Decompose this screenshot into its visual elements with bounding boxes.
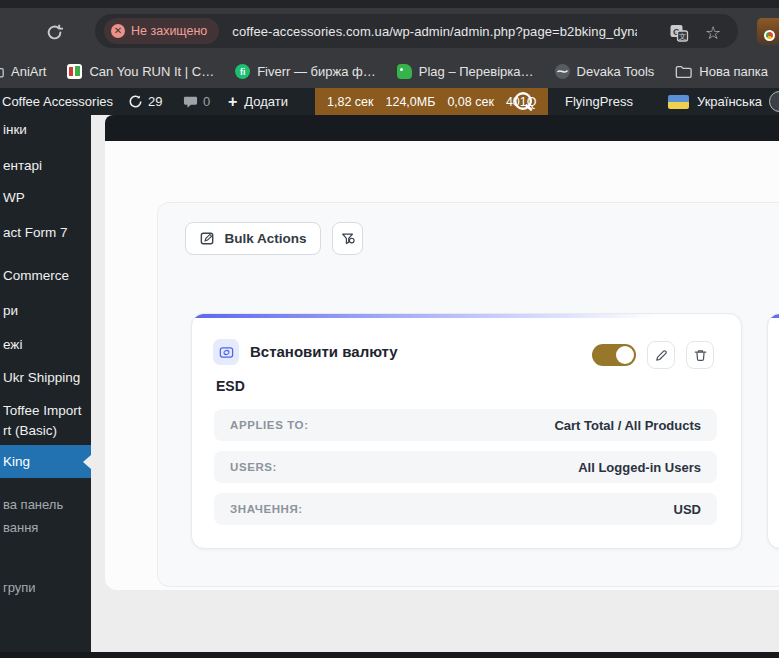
bookmark-aniart[interactable]: AniArt [0, 64, 46, 79]
query-monitor-logo-icon[interactable] [512, 88, 535, 115]
browser-profile-icon[interactable] [757, 18, 779, 45]
security-badge-label: Не захищено [131, 24, 207, 38]
sidebar-item-wp[interactable]: WP [3, 190, 25, 205]
sidebar-item-ukr-shipping[interactable]: Ukr Shipping [3, 370, 80, 385]
sidebar-subitem-groups[interactable]: групи [3, 580, 36, 595]
devaka-favicon [555, 64, 570, 79]
bookmarks-bar: AniArt Can You RUN It | C… fi Fiverr — б… [0, 55, 779, 88]
plugin-page: Bulk Actions Встановити валюту [105, 141, 779, 590]
update-icon [128, 94, 143, 109]
delete-rule-button[interactable] [686, 341, 714, 369]
fiverr-favicon: fi [235, 64, 250, 79]
ukraine-flag-icon [668, 95, 689, 109]
avatar[interactable] [769, 91, 779, 112]
trash-icon [693, 348, 708, 363]
card-accent-gradient [192, 314, 741, 318]
comment-icon [183, 95, 198, 109]
rule-card-next [767, 313, 779, 549]
rule-enabled-toggle[interactable] [592, 344, 636, 366]
screen: ✕ Не захищено coffee-accessories.com.ua/… [0, 0, 779, 658]
sidebar-subitem-settings[interactable]: вання [3, 520, 38, 535]
sidebar-item-products[interactable]: ри [3, 303, 18, 318]
window-bottom-edge [0, 652, 779, 658]
reload-icon[interactable] [42, 20, 66, 44]
edit-rule-button[interactable] [647, 341, 675, 369]
sidebar-item-import-line2[interactable]: rt (Basic) [3, 423, 57, 438]
browser-toolbar: ✕ Не захищено coffee-accessories.com.ua/… [0, 8, 779, 55]
bookmark-nova-papka[interactable]: Нова папка [675, 64, 768, 79]
rule-card: Встановити валюту ESD APPLIES TO: [191, 313, 742, 549]
folder-icon [677, 67, 692, 78]
toggle-knob [616, 346, 634, 364]
plus-icon: + [228, 93, 237, 111]
browser-chrome: ✕ Не захищено coffee-accessories.com.ua/… [0, 0, 779, 88]
language-item[interactable]: Українська [668, 88, 762, 115]
site-name[interactable]: Coffee Accessories [2, 88, 113, 115]
bookmark-fiverr[interactable]: fi Fiverr — биржа ф… [235, 64, 376, 79]
pencil-icon [654, 348, 669, 363]
rules-panel: Bulk Actions Встановити валюту [157, 202, 779, 587]
sidebar-item-pages[interactable]: інки [3, 122, 27, 137]
filter-button[interactable] [332, 222, 363, 255]
sidebar-item-woocommerce[interactable]: Commerce [3, 268, 69, 283]
bulk-actions-button[interactable]: Bulk Actions [185, 222, 321, 255]
sidebar-item-b2bking-active[interactable]: King [0, 445, 91, 478]
url-text[interactable]: coffee-accessories.com.ua/wp-admin/admin… [232, 24, 637, 39]
folder-icon [0, 67, 3, 77]
canyourunit-favicon [67, 64, 82, 79]
updates-count: 29 [148, 94, 162, 109]
translate-icon[interactable]: G文 [668, 22, 690, 44]
plag-favicon [397, 64, 412, 79]
bookmark-star-icon[interactable]: ☆ [702, 22, 724, 44]
sidebar-item-contact-form[interactable]: act Form 7 [3, 225, 68, 240]
rule-row-users: USERS: All Logged-in Users [214, 451, 717, 483]
updates-item[interactable]: 29 [128, 88, 162, 115]
security-badge[interactable]: ✕ Не захищено [104, 18, 219, 44]
svg-text:文: 文 [679, 32, 687, 41]
flyingpress-item[interactable]: FlyingPress [565, 88, 633, 115]
card-accent-gradient [768, 314, 779, 318]
main-content: Bulk Actions Встановити валюту [91, 115, 779, 658]
filter-funnel-icon [340, 231, 356, 247]
chrome-logo-icon [764, 30, 775, 41]
admin-sidebar: інки ентарі WP act Form 7 Commerce ри еж… [0, 115, 91, 658]
rule-name: ESD [216, 378, 245, 394]
comments-count: 0 [203, 94, 210, 109]
comments-item[interactable]: 0 [183, 88, 210, 115]
bookmark-canyourunit[interactable]: Can You RUN It | C… [67, 64, 214, 79]
sidebar-item-payments[interactable]: ежі [3, 337, 22, 352]
not-secure-icon: ✕ [111, 24, 125, 38]
rule-row-value: ЗНАЧЕННЯ: USD [214, 493, 717, 525]
bulk-edit-icon [199, 230, 216, 247]
bookmark-devaka[interactable]: Devaka Tools [555, 64, 655, 79]
tab-strip [0, 0, 779, 8]
bookmark-plag[interactable]: Plag – Перевірка… [397, 64, 534, 79]
rule-row-applies-to: APPLIES TO: Cart Total / All Products [214, 409, 717, 441]
currency-rule-icon [213, 339, 239, 365]
sidebar-item-import-line1[interactable]: Toffee Import [3, 403, 82, 418]
wp-admin-bar: Coffee Accessories 29 0 + Додати 1,82 се… [0, 88, 779, 115]
rule-title: Встановити валюту [250, 343, 398, 360]
new-content-item[interactable]: + Додати [228, 88, 288, 115]
page-header-strip [105, 115, 779, 141]
active-item-arrow [83, 455, 91, 469]
sidebar-subitem-dashboard[interactable]: ва панель [3, 497, 63, 512]
sidebar-item-comments[interactable]: ентарі [3, 158, 42, 173]
address-bar[interactable]: ✕ Не захищено coffee-accessories.com.ua/… [95, 14, 738, 48]
rule-detail-rows: APPLIES TO: Cart Total / All Products US… [214, 409, 717, 535]
